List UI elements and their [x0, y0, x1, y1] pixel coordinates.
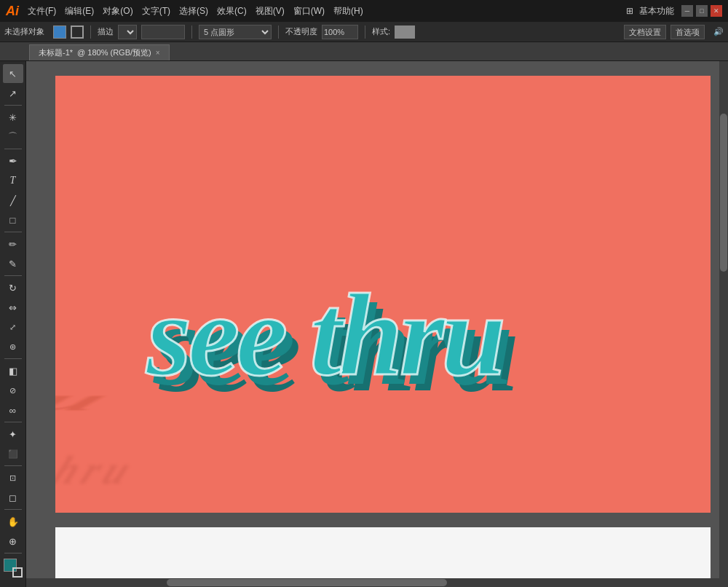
- workspace-label[interactable]: 基本功能: [639, 5, 674, 17]
- stroke-value-input[interactable]: [141, 25, 185, 39]
- sound-icon[interactable]: 🔊: [713, 27, 724, 36]
- opacity-input[interactable]: [322, 25, 358, 39]
- vertical-scrollbar[interactable]: [719, 61, 728, 587]
- tool-lasso[interactable]: ⌒: [3, 127, 23, 146]
- tool-separator-4: [4, 275, 22, 276]
- tool-separator-8: [4, 509, 22, 510]
- tool-separator-7: [4, 465, 22, 466]
- menu-bar: 文件(F) 编辑(E) 对象(O) 文字(T) 选择(S) 效果(C) 视图(V…: [28, 5, 363, 17]
- horizontal-scrollbar[interactable]: [26, 578, 728, 587]
- tool-column-graph[interactable]: ⬛: [3, 444, 23, 463]
- tool-gradient[interactable]: ◧: [3, 361, 23, 380]
- menu-edit[interactable]: 编辑(E): [65, 5, 94, 17]
- below-artboard: [55, 527, 711, 586]
- fill-color-box[interactable]: [53, 25, 66, 39]
- menu-effect[interactable]: 效果(C): [217, 5, 247, 17]
- tool-separator-5: [4, 358, 22, 359]
- horizontal-scroll-thumb[interactable]: [167, 579, 448, 586]
- menu-help[interactable]: 帮助(H): [333, 5, 363, 17]
- menu-file[interactable]: 文件(F): [28, 5, 56, 17]
- grid-icon[interactable]: ⊞: [626, 6, 633, 16]
- tool-hand[interactable]: ✋: [3, 512, 23, 531]
- stroke-select[interactable]: [118, 25, 137, 39]
- canvas-area[interactable]: see thru see thru see thru see thru see …: [26, 61, 728, 587]
- doc-settings-button[interactable]: 文档设置: [624, 25, 666, 39]
- tool-symbol[interactable]: ✦: [3, 425, 23, 444]
- menu-object[interactable]: 对象(O): [103, 5, 132, 17]
- tool-direct-select[interactable]: ↗: [3, 84, 23, 103]
- tool-rect[interactable]: □: [3, 210, 23, 229]
- tool-separator-3: [4, 232, 22, 232]
- tool-blend[interactable]: ∞: [3, 401, 23, 419]
- sep1: [90, 25, 91, 39]
- menu-window[interactable]: 窗口(W): [293, 5, 325, 17]
- window-controls: ─ □ ✕: [681, 5, 722, 17]
- color-swatches[interactable]: [4, 559, 23, 578]
- svg-text:see thru: see thru: [55, 448, 145, 493]
- control-toolbar: 未选择对象 描边 5 点圆形 不透明度 样式: 文档设置 首选项 🔊: [0, 22, 728, 42]
- tool-line[interactable]: ╱: [3, 191, 23, 210]
- tool-eyedropper[interactable]: ⊘: [3, 381, 23, 400]
- style-color-box[interactable]: [395, 25, 415, 39]
- tool-type[interactable]: T: [3, 171, 23, 190]
- close-button[interactable]: ✕: [711, 5, 722, 17]
- tool-warp[interactable]: ⊛: [3, 337, 23, 356]
- tab-close-icon[interactable]: ×: [156, 49, 160, 57]
- svg-text:see thru: see thru: [146, 270, 502, 400]
- tool-magic-wand[interactable]: ✳: [3, 108, 23, 127]
- menu-select[interactable]: 选择(S): [179, 5, 208, 17]
- stroke-label: 描边: [98, 26, 114, 37]
- sep3: [278, 25, 279, 39]
- main-area: ↖ ↗ ✳ ⌒ ✒ T ╱ □ ✏ ✎ ↻ ⇔ ⤢ ⊛ ◧ ⊘ ∞ ✦ ⬛ ⊡ …: [0, 61, 728, 587]
- title-bar: Ai 文件(F) 编辑(E) 对象(O) 文字(T) 选择(S) 效果(C) 视…: [0, 0, 728, 22]
- tab-title: 未标题-1*: [39, 47, 73, 58]
- artwork-svg: see thru see thru see thru see thru see …: [55, 76, 711, 513]
- sep4: [365, 25, 365, 39]
- tool-rotate[interactable]: ↻: [3, 278, 23, 297]
- tool-pencil[interactable]: ✎: [3, 254, 23, 273]
- stroke-color-box[interactable]: [71, 25, 84, 39]
- preferences-button[interactable]: 首选项: [670, 25, 705, 39]
- tool-separator-2: [4, 149, 22, 149]
- tab-bar: 未标题-1* @ 180% (RGB/预览) ×: [0, 42, 728, 61]
- brush-select[interactable]: 5 点圆形: [199, 25, 272, 39]
- style-label: 样式:: [372, 26, 390, 37]
- document-tab[interactable]: 未标题-1* @ 180% (RGB/预览) ×: [29, 44, 170, 60]
- no-selection-label: 未选择对象: [4, 26, 44, 37]
- minimize-button[interactable]: ─: [681, 5, 693, 17]
- maximize-button[interactable]: □: [696, 5, 708, 17]
- tool-separator-6: [4, 422, 22, 422]
- tool-scale[interactable]: ⤢: [3, 318, 23, 336]
- tool-paintbrush[interactable]: ✏: [3, 235, 23, 253]
- sep2: [191, 25, 192, 39]
- menu-view[interactable]: 视图(V): [256, 5, 285, 17]
- tool-zoom[interactable]: ⊕: [3, 532, 23, 551]
- opacity-label: 不透明度: [285, 26, 317, 37]
- tool-separator-1: [4, 105, 22, 106]
- left-toolbar: ↖ ↗ ✳ ⌒ ✒ T ╱ □ ✏ ✎ ↻ ⇔ ⤢ ⊛ ◧ ⊘ ∞ ✦ ⬛ ⊡ …: [0, 61, 26, 587]
- vertical-scroll-thumb[interactable]: [720, 114, 727, 272]
- app-logo: Ai: [6, 4, 19, 19]
- stroke-swatch[interactable]: [12, 567, 23, 578]
- svg-text:see thru: see thru: [55, 382, 121, 417]
- tool-pen[interactable]: ✒: [3, 151, 23, 170]
- tool-reflect[interactable]: ⇔: [3, 298, 23, 317]
- tool-slice[interactable]: ⊡: [3, 468, 23, 487]
- tool-select[interactable]: ↖: [3, 64, 23, 83]
- tool-eraser[interactable]: ◻: [3, 488, 23, 507]
- artboard: see thru see thru see thru see thru see …: [55, 76, 711, 513]
- tool-separator-9: [4, 553, 22, 553]
- menu-type[interactable]: 文字(T): [142, 5, 170, 17]
- tab-meta: @ 180% (RGB/预览): [77, 47, 151, 58]
